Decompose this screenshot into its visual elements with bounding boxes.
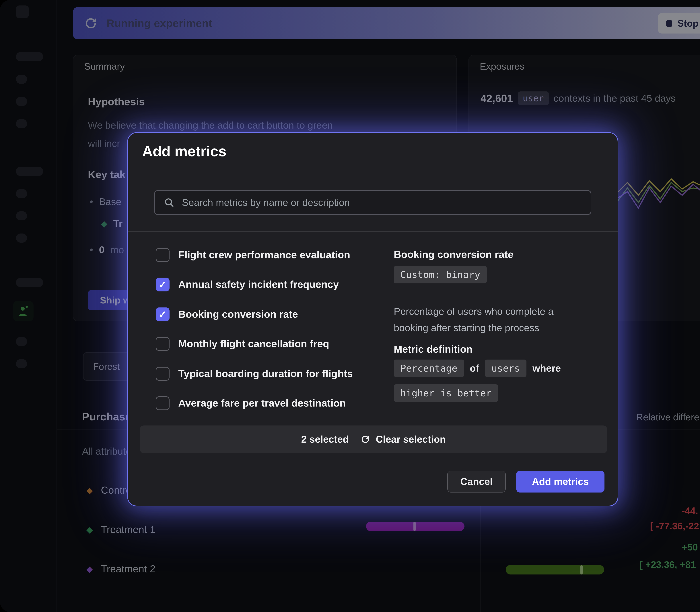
- add-metrics-modal: Add metrics Flight crew performance eval…: [127, 132, 618, 506]
- checkbox[interactable]: [156, 307, 170, 321]
- selection-bar: 2 selected Clear selection: [140, 426, 607, 453]
- metric-option[interactable]: Monthly flight cancellation freq: [156, 335, 329, 353]
- metric-type-badge: Custom: binary: [394, 266, 487, 283]
- clear-selection-button[interactable]: Clear selection: [360, 434, 446, 445]
- metric-option[interactable]: Typical boarding duration for flights: [156, 365, 353, 383]
- definition-token: Percentage: [394, 360, 464, 377]
- refresh-icon: [360, 434, 371, 445]
- checkbox[interactable]: [156, 337, 170, 351]
- metric-option-label: Monthly flight cancellation freq: [178, 338, 329, 350]
- metric-option-label: Booking conversion rate: [178, 308, 298, 320]
- app-window: Running experiment Stop Summary Hypothes…: [0, 0, 700, 612]
- clear-selection-label: Clear selection: [376, 434, 446, 445]
- metric-option-label: Typical boarding duration for flights: [178, 368, 353, 379]
- metric-option[interactable]: Flight crew performance evaluation: [156, 246, 350, 264]
- metric-option[interactable]: Average fare per travel destination: [156, 394, 346, 412]
- definition-word: where: [533, 363, 561, 374]
- metric-option-label: Annual safety incident frequency: [178, 279, 339, 290]
- definition-word: of: [470, 363, 479, 374]
- metric-definition-row: Percentage of users where: [394, 360, 561, 377]
- metric-description: Percentage of users who complete a booki…: [394, 304, 576, 336]
- checkbox[interactable]: [156, 248, 170, 262]
- checkbox[interactable]: [156, 397, 170, 410]
- add-metrics-button[interactable]: Add metrics: [516, 471, 605, 492]
- definition-token: higher is better: [394, 384, 498, 402]
- modal-divider: [128, 231, 618, 232]
- metric-definition-heading: Metric definition: [394, 344, 472, 355]
- metric-search[interactable]: [154, 190, 591, 215]
- metric-option-label: Flight crew performance evaluation: [178, 249, 350, 261]
- checkbox[interactable]: [156, 367, 170, 381]
- metric-option[interactable]: Annual safety incident frequency: [156, 275, 339, 294]
- search-input[interactable]: [181, 196, 582, 209]
- metric-detail-title: Booking conversion rate: [394, 249, 513, 261]
- selected-count: 2 selected: [301, 434, 349, 445]
- metric-definition-row: higher is better: [394, 384, 498, 402]
- definition-token: users: [485, 360, 527, 377]
- cancel-button[interactable]: Cancel: [447, 471, 506, 492]
- modal-title: Add metrics: [142, 143, 226, 159]
- metric-option-label: Average fare per travel destination: [178, 398, 346, 409]
- checkbox[interactable]: [156, 278, 170, 291]
- search-icon: [164, 197, 175, 208]
- metric-option[interactable]: Booking conversion rate: [156, 305, 298, 323]
